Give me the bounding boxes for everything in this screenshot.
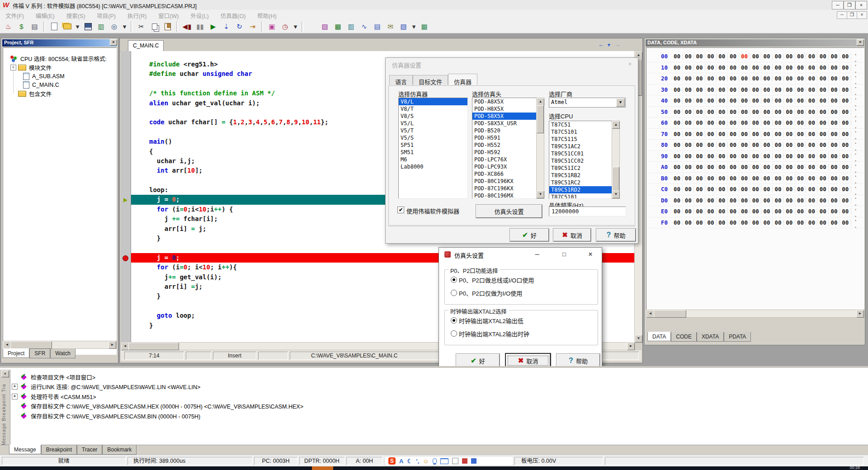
menu-item-P[interactable]: 项目(P)	[97, 11, 116, 20]
memory-byte[interactable]: 00	[694, 75, 705, 82]
memory-row[interactable]: 3000000000000000000000000000000000. .	[646, 85, 864, 96]
memory-byte[interactable]: 00	[694, 119, 705, 126]
memory-byte[interactable]: 00	[739, 153, 750, 160]
message-close-icon[interactable]: ×	[1, 371, 9, 377]
memory-byte[interactable]: 00	[761, 153, 773, 160]
memory-byte[interactable]: 00	[739, 219, 750, 226]
memory-byte[interactable]: 00	[795, 219, 807, 226]
ime-grid-icon[interactable]	[471, 458, 476, 464]
memory-byte[interactable]: 00	[750, 219, 761, 226]
pause-icon[interactable]: ▮▮	[193, 20, 207, 33]
message-expander-icon[interactable]: +	[12, 394, 18, 400]
memory-byte[interactable]: 00	[739, 64, 750, 71]
memory-byte[interactable]: 00	[806, 153, 817, 160]
memory-byte[interactable]: 00	[761, 53, 773, 60]
memory-byte[interactable]: 00	[829, 86, 840, 93]
memory-byte[interactable]: 00	[840, 86, 851, 93]
memory-byte[interactable]: 00	[773, 75, 784, 82]
memory-byte[interactable]: 00	[795, 131, 807, 137]
memory-byte[interactable]: 00	[817, 164, 829, 170]
memory-byte[interactable]: 00	[750, 131, 761, 137]
pod-option[interactable]: POD-H552	[472, 141, 537, 149]
tab-message[interactable]: Message	[9, 445, 41, 454]
memory-row[interactable]: 1000000000000000000000000000000000. .	[646, 62, 864, 74]
memory-byte[interactable]: 00	[672, 75, 683, 82]
memory-byte[interactable]: 00	[672, 164, 683, 170]
memory-byte[interactable]: 00	[750, 64, 761, 71]
memory-byte[interactable]: 00	[683, 86, 694, 93]
memory-byte[interactable]: 00	[739, 175, 750, 182]
memory-byte[interactable]: 00	[717, 75, 728, 82]
memory-byte[interactable]: 00	[717, 197, 728, 204]
memory-byte[interactable]: 00	[817, 153, 829, 160]
memory-byte[interactable]: 00	[840, 153, 851, 160]
memory-byte[interactable]: 00	[840, 197, 851, 204]
pod-option[interactable]: POD-B520	[472, 127, 537, 134]
memory-byte[interactable]: 00	[705, 75, 717, 82]
memory-byte[interactable]: 00	[840, 119, 851, 126]
tab-tracer[interactable]: Tracer	[77, 445, 102, 455]
emulator-option[interactable]: V5/S	[399, 134, 467, 141]
emulator-option[interactable]: V5/T	[399, 127, 467, 134]
memory-byte[interactable]: 00	[672, 175, 683, 182]
memory-byte[interactable]: 00	[672, 131, 683, 137]
memory-byte[interactable]: 00	[817, 131, 829, 137]
memory-byte[interactable]: 00	[683, 119, 694, 126]
memory-byte[interactable]: 00	[817, 64, 829, 71]
run-dropdown[interactable]: ▾	[292, 20, 299, 33]
pod-option[interactable]: POD-S8X5X_USR	[472, 120, 537, 127]
memory-byte[interactable]: 00	[773, 208, 784, 215]
memory-row[interactable]: D000000000000000000000000000000000. .	[646, 195, 864, 207]
memory-byte[interactable]: 00	[784, 164, 795, 170]
memory-byte[interactable]: 00	[739, 141, 750, 148]
memory-byte[interactable]: 00	[773, 186, 784, 193]
memory-byte[interactable]: 00	[806, 164, 817, 170]
memory-byte[interactable]: 00	[806, 186, 817, 193]
memory-byte[interactable]: 00	[672, 64, 683, 71]
cpu-option[interactable]: T89C51AC2	[549, 143, 612, 150]
memory-byte[interactable]: 00	[683, 197, 694, 204]
nav-forward-icon[interactable]: →	[614, 41, 620, 48]
paste-icon[interactable]	[161, 20, 174, 33]
memory-byte[interactable]: 00	[817, 141, 829, 148]
memory-byte[interactable]: 00	[761, 119, 773, 126]
memory-byte[interactable]: 00	[750, 53, 761, 60]
build-all-icon[interactable]: ▤	[28, 20, 41, 33]
memory-byte[interactable]: 00	[829, 97, 840, 104]
memory-byte[interactable]: 00	[784, 97, 795, 104]
memory-byte[interactable]: 00	[728, 131, 739, 137]
memory-byte[interactable]: 00	[806, 175, 817, 182]
memory-close-icon[interactable]: ×	[857, 39, 864, 46]
tree-item-[interactable]: −模块文件	[3, 63, 116, 72]
ime-toolbar[interactable]: S A ☾ ’, ☺	[384, 456, 514, 466]
memory-byte[interactable]: 00	[773, 119, 784, 126]
cpu-option[interactable]: T89C51RB2	[549, 172, 612, 179]
memory-byte[interactable]: 00	[694, 197, 705, 204]
memory-byte[interactable]: 00	[739, 97, 750, 104]
memory-byte[interactable]: 00	[705, 141, 717, 148]
memory-byte[interactable]: 00	[795, 108, 807, 115]
emulator-option[interactable]: V8/T	[399, 105, 467, 113]
scroll-down-icon[interactable]: ▼	[612, 191, 620, 198]
memory-byte[interactable]: 00	[806, 119, 817, 126]
cancel-button[interactable]: ✖ 取消	[506, 354, 550, 367]
memory-byte[interactable]: 00	[773, 153, 784, 160]
pod-listbox[interactable]: POD-A8X5XPOD-H8X5XPOD-S8X5XPOD-S8X5X_USR…	[472, 98, 537, 199]
minimize-button[interactable]: ─	[832, 1, 844, 9]
memory-byte[interactable]: 00	[728, 164, 739, 170]
memory-byte[interactable]: 00	[717, 164, 728, 170]
project-manage-icon[interactable]: ♨	[2, 20, 15, 33]
memory-byte[interactable]: 00	[773, 175, 784, 182]
memory-byte[interactable]: 00	[739, 208, 750, 215]
menu-item-L[interactable]: 外设(L)	[190, 11, 208, 20]
memory-byte[interactable]: 00	[728, 108, 739, 115]
breakpoint-icon[interactable]	[123, 255, 128, 261]
memory-byte[interactable]: 00	[672, 153, 683, 160]
cpu-option[interactable]: T89C51RD2	[549, 186, 612, 193]
memory-byte[interactable]: 00	[694, 86, 705, 93]
pod-option[interactable]: POD-87C196KX	[472, 185, 537, 192]
memory-byte[interactable]: 00	[829, 53, 840, 60]
memory-byte[interactable]: 00	[829, 208, 840, 215]
dialog-tab-目标文件[interactable]: 目标文件	[413, 75, 448, 85]
vendor-combobox[interactable]: Atmel ▼	[549, 98, 626, 108]
